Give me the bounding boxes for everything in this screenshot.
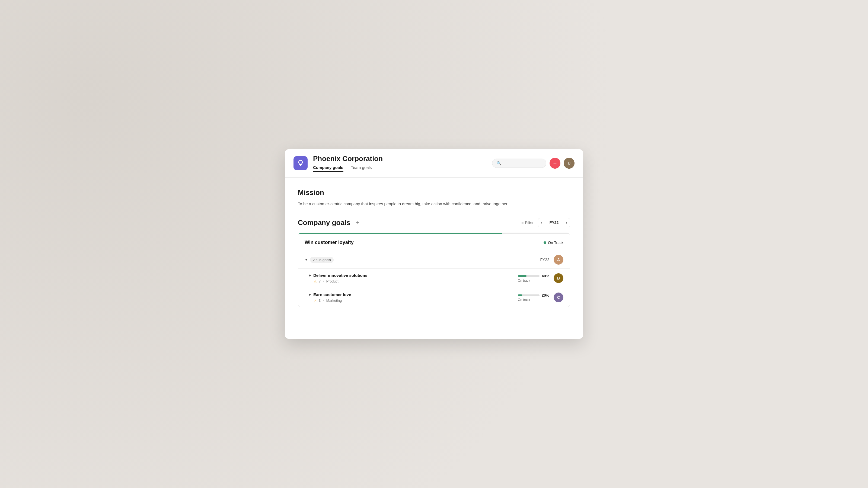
sub-goal-left: ▶ Deliver innovative solutions △ 7 • Pro… bbox=[309, 273, 518, 283]
warning-count: 3 bbox=[319, 298, 321, 302]
goal-name[interactable]: Win customer loyalty bbox=[305, 240, 354, 246]
company-logo bbox=[293, 156, 308, 170]
sub-goals-row: ▼ 2 sub-goals FY22 A bbox=[298, 251, 570, 269]
sub-goal-right: 40% On track B bbox=[518, 273, 563, 283]
progress-info: 20% On track bbox=[518, 293, 549, 302]
sub-goal-name[interactable]: Earn customer love bbox=[313, 292, 351, 297]
tab-team-goals[interactable]: Team goals bbox=[351, 165, 372, 172]
sub-goals-toggle[interactable]: ▼ 2 sub-goals bbox=[305, 257, 334, 263]
dot-separator: • bbox=[323, 279, 324, 283]
period-next-button[interactable]: › bbox=[563, 218, 570, 227]
user-avatar[interactable]: U bbox=[564, 158, 575, 169]
add-button[interactable]: + bbox=[550, 158, 560, 169]
status-badge: On Track bbox=[544, 240, 563, 245]
progress-pct: 40% bbox=[542, 274, 549, 278]
goal-owner-avatar: A bbox=[554, 255, 563, 265]
expand-arrow-icon: ▶ bbox=[309, 273, 311, 277]
sub-goals-count: 2 sub-goals bbox=[310, 257, 334, 263]
warning-icon: △ bbox=[314, 298, 316, 302]
warning-count: 7 bbox=[319, 279, 321, 283]
sub-goal-owner-avatar-1: C bbox=[554, 293, 563, 302]
on-track-label: On track bbox=[518, 298, 530, 302]
sub-goal-name[interactable]: Deliver innovative solutions bbox=[313, 273, 367, 278]
sub-goal-details: △ 3 • Marketing bbox=[309, 298, 518, 302]
mission-text: To be a customer-centric company that in… bbox=[298, 201, 520, 207]
search-input[interactable] bbox=[503, 161, 542, 165]
period-label: FY22 bbox=[545, 218, 563, 227]
goals-header: Company goals + ≡ Filter ‹ FY22 › bbox=[298, 218, 570, 227]
sub-goal-name-row: ▶ Earn customer love bbox=[309, 292, 518, 297]
period-prev-button[interactable]: ‹ bbox=[538, 218, 545, 227]
team-label: Marketing bbox=[326, 298, 342, 302]
expand-arrow-icon: ▶ bbox=[309, 293, 311, 296]
avatar-face: B bbox=[554, 273, 563, 283]
team-label: Product bbox=[326, 279, 339, 283]
toggle-arrow-icon: ▼ bbox=[305, 258, 308, 262]
search-bar[interactable]: 🔍 bbox=[492, 159, 546, 168]
sub-goal-item-0: ▶ Deliver innovative solutions △ 7 • Pro… bbox=[298, 269, 570, 288]
sub-goal-details: △ 7 • Product bbox=[309, 279, 518, 283]
header-right: 🔍 + U bbox=[492, 158, 575, 169]
warning-icon: △ bbox=[314, 279, 316, 283]
on-track-label: On track bbox=[518, 279, 530, 283]
sub-goal-left: ▶ Earn customer love △ 3 • Marketing bbox=[309, 292, 518, 302]
tab-company-goals[interactable]: Company goals bbox=[313, 165, 343, 172]
filter-icon: ≡ bbox=[521, 220, 524, 225]
goals-title: Company goals bbox=[298, 219, 350, 227]
search-icon: 🔍 bbox=[497, 161, 501, 165]
progress-fill bbox=[518, 294, 522, 296]
sub-goal-owner-avatar-0: B bbox=[554, 273, 563, 283]
header-title-area: Phoenix Corporation Company goals Team g… bbox=[313, 155, 487, 172]
company-goals-section: Company goals + ≡ Filter ‹ FY22 › bbox=[298, 218, 570, 307]
filter-button[interactable]: ≡ Filter bbox=[521, 220, 533, 225]
dot-separator: • bbox=[323, 298, 324, 302]
progress-pct: 20% bbox=[542, 293, 549, 297]
progress-bar bbox=[518, 275, 539, 277]
progress-bar bbox=[518, 294, 539, 296]
sub-goal-item-1: ▶ Earn customer love △ 3 • Marketing bbox=[298, 288, 570, 307]
logo-icon bbox=[297, 159, 304, 167]
progress-info: 40% On track bbox=[518, 274, 549, 283]
status-label: On Track bbox=[548, 240, 563, 245]
progress-row: 40% bbox=[518, 274, 549, 278]
goal-card-header: Win customer loyalty On Track bbox=[298, 234, 570, 251]
goals-controls: ≡ Filter ‹ FY22 › bbox=[521, 218, 570, 227]
progress-fill bbox=[518, 275, 527, 277]
add-goal-button[interactable]: + bbox=[354, 219, 362, 227]
company-name: Phoenix Corporation bbox=[313, 155, 487, 163]
avatar-face: C bbox=[554, 293, 563, 302]
filter-label: Filter bbox=[525, 220, 533, 225]
mission-heading: Mission bbox=[298, 188, 570, 197]
progress-row: 20% bbox=[518, 293, 549, 297]
avatar-face: A bbox=[554, 255, 563, 265]
main-window: Phoenix Corporation Company goals Team g… bbox=[285, 149, 583, 339]
tabs: Company goals Team goals bbox=[313, 165, 487, 172]
period-nav: ‹ FY22 › bbox=[538, 218, 570, 227]
mission-section: Mission To be a customer-centric company… bbox=[298, 188, 570, 207]
header: Phoenix Corporation Company goals Team g… bbox=[285, 149, 583, 177]
status-dot bbox=[544, 241, 546, 244]
main-content: Mission To be a customer-centric company… bbox=[285, 177, 583, 318]
sub-goal-meta: FY22 A bbox=[540, 255, 563, 265]
fy-label: FY22 bbox=[540, 258, 549, 262]
goal-card-0: Win customer loyalty On Track ▼ 2 sub-go… bbox=[298, 233, 570, 307]
sub-goal-name-row: ▶ Deliver innovative solutions bbox=[309, 273, 518, 278]
sub-goal-right: 20% On track C bbox=[518, 293, 563, 302]
avatar-face: U bbox=[564, 158, 575, 169]
goals-title-area: Company goals + bbox=[298, 219, 362, 227]
